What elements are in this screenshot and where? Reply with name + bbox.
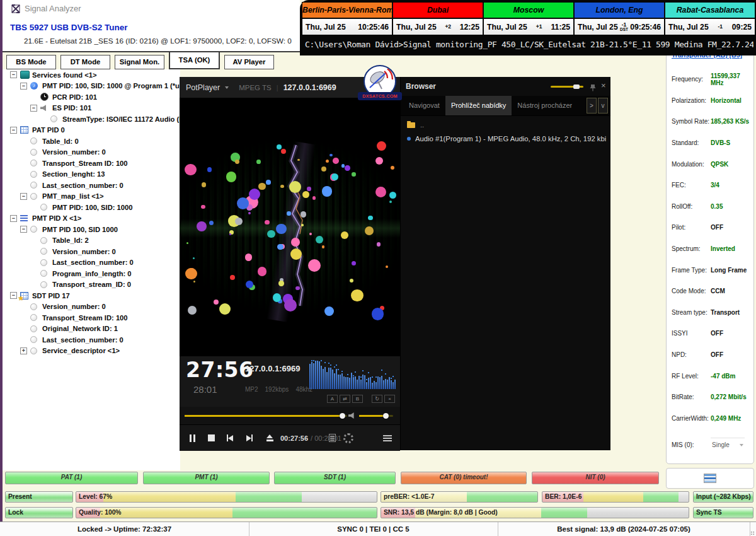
layers-button[interactable]	[666, 468, 754, 489]
mis-dropdown[interactable]: Single	[711, 438, 745, 452]
codec: MP2	[245, 386, 258, 393]
slider-knob[interactable]	[573, 84, 580, 89]
tab-dt-mode[interactable]: DT Mode	[60, 55, 110, 69]
tree-item[interactable]: −PMT PID 100, SID 1000	[3, 224, 180, 235]
tree-item[interactable]: +Service_descriptor <1>	[3, 346, 180, 357]
ab-icon-0[interactable]: A	[327, 395, 338, 403]
settings-button[interactable]	[341, 425, 356, 451]
expand-icon[interactable]: +	[20, 347, 27, 354]
collapse-icon[interactable]: −	[20, 193, 27, 200]
tree-item[interactable]: Original_Network ID: 1	[3, 323, 180, 335]
tree-item[interactable]: Version_number: 0	[3, 147, 180, 158]
tab-signal-mon[interactable]: Signal Mon.	[115, 55, 164, 69]
close-icon[interactable]: ×	[601, 81, 606, 90]
param-row: Frame Type:Long Frame	[672, 259, 750, 281]
tree-item[interactable]: −ES PID: 101	[3, 103, 180, 114]
ab-icon-2[interactable]: B	[352, 395, 363, 403]
tree-item[interactable]: −PMT PID X <1>	[3, 213, 180, 224]
tree-item[interactable]: Table_Id: 0	[3, 136, 180, 147]
tree-item[interactable]: StreamType: ISO/IEC 11172 Audio (MPEG-1)…	[3, 114, 180, 125]
tree-item[interactable]: Table_Id: 2	[3, 235, 180, 247]
player-controls: 00:27:56 / 00:28:01	[180, 424, 400, 451]
tab-av-player[interactable]: AV Player	[224, 55, 274, 69]
logo-text: DXSATCS.COM	[358, 92, 402, 100]
next-button[interactable]	[242, 425, 257, 451]
ab-icon-4[interactable]: ×	[384, 395, 395, 403]
spectrum-bar	[385, 379, 386, 389]
collapse-icon[interactable]: −	[10, 215, 17, 222]
list-icon	[20, 214, 30, 223]
tree-item[interactable]: Version_number: 0	[3, 246, 180, 257]
browser-tab-prohl-e-nab-dky[interactable]: Prohlížeč nabídky	[445, 96, 512, 115]
ab-icon-1[interactable]: ⇄	[340, 395, 350, 403]
tree-item[interactable]: −PMT_map_list <1>	[3, 191, 180, 202]
tree-item[interactable]: Version_number: 0	[3, 301, 180, 313]
tree-item[interactable]: Transport_stream_ID: 0	[3, 279, 180, 291]
browser-tab-arrows: >v	[587, 98, 608, 114]
tree-item[interactable]: Transport_Stream ID: 100	[3, 312, 180, 323]
tree-item[interactable]: Program_info_length: 0	[3, 268, 180, 279]
param-row: Frequency:11599,337 MHz	[672, 69, 750, 90]
chevron-down-icon[interactable]	[225, 86, 229, 89]
up-directory[interactable]: ..	[420, 121, 424, 129]
stop-button[interactable]	[203, 425, 219, 451]
tree-item[interactable]: −♪PMT PID: 100, SID: 1000 @ Program 1 (*…	[3, 81, 180, 92]
tree-item[interactable]: −PAT PID 0	[3, 125, 180, 136]
tree-item-label: PMT PID: 100, SID: 1000	[52, 204, 132, 211]
collapse-icon[interactable]: −	[20, 226, 27, 233]
mis-label: MIS (0):	[672, 441, 711, 448]
dot-glyph	[30, 347, 37, 354]
resize-grip[interactable]	[750, 531, 755, 535]
tab-list-icon[interactable]: v	[598, 98, 608, 114]
tree-item[interactable]: Last_section_number: 0	[3, 180, 180, 191]
tree-item[interactable]: Transport_Stream ID: 100	[3, 158, 180, 169]
tree-item[interactable]: −Services found <1>	[3, 69, 180, 81]
param-label: Polarization:	[672, 97, 711, 104]
tab-scroll-right-icon[interactable]: >	[587, 98, 597, 114]
codec-info: MP2 192kbps 48khz	[245, 386, 312, 393]
previous-button[interactable]	[222, 425, 238, 451]
viz-dot	[331, 173, 338, 180]
spectrum-peak	[366, 379, 367, 380]
tree-item[interactable]: PCR PID: 101	[3, 91, 180, 103]
seek-bar[interactable]	[185, 415, 347, 417]
volume-bar[interactable]	[359, 415, 393, 417]
volume-knob[interactable]	[383, 413, 389, 419]
browser-opacity-slider[interactable]	[551, 86, 583, 88]
tree-item[interactable]: Last_section_number: 0	[3, 257, 180, 269]
collapse-icon[interactable]: −	[20, 83, 27, 90]
collapse-icon[interactable]: −	[10, 71, 17, 78]
tree-item-label: PCR PID: 101	[52, 93, 97, 101]
player-app-name[interactable]: PotPlayer	[186, 83, 220, 92]
param-label: BitRate:	[672, 393, 711, 400]
clock-offset-value: +1	[536, 24, 542, 30]
audio-track-row[interactable]: Audio #1(Program 1) - MPEG Audio, 48.0 k…	[407, 135, 606, 143]
tree-item[interactable]: Section_lenght: 13	[3, 169, 180, 180]
folder-up-row[interactable]: ..	[407, 121, 424, 129]
tree-item[interactable]: PMT PID: 100, SID: 1000	[3, 202, 180, 213]
tab-bs-mode[interactable]: BS Mode	[6, 55, 56, 69]
browser-title-bar[interactable]: Browser ×	[401, 77, 610, 96]
seek-knob[interactable]	[340, 413, 345, 419]
playlist-button[interactable]	[324, 425, 340, 451]
tree-item-label: Transport_stream_ID: 0	[52, 281, 131, 288]
collapse-icon[interactable]: −	[10, 127, 17, 134]
pause-button[interactable]	[185, 425, 200, 451]
tree-item[interactable]: −SDT PID 17	[3, 290, 180, 301]
menu-button[interactable]	[380, 425, 395, 451]
tab-tsa-ok[interactable]: TSA (OK)	[169, 51, 220, 69]
collapse-icon[interactable]: −	[10, 292, 17, 299]
pin-icon[interactable]	[590, 83, 596, 94]
signal-input-282-kbps: Input (~282 Kbps)	[693, 491, 753, 503]
browser-tab-n-stroj-proch-zen-titulk[interactable]: Nástroj procházení titulků	[512, 96, 572, 115]
eject-button[interactable]	[262, 425, 277, 451]
browser-tab-navigovat[interactable]: Navigovat	[403, 96, 445, 115]
player-video-area[interactable]	[180, 98, 400, 356]
dot-icon	[30, 325, 40, 333]
spectrum-bar	[332, 370, 333, 389]
dot-glyph	[30, 314, 37, 321]
speaker-icon[interactable]	[348, 412, 356, 419]
tree-item[interactable]: Last_section_number: 0	[3, 334, 180, 346]
collapse-icon[interactable]: −	[30, 105, 37, 112]
ab-icon-3[interactable]: ↻	[372, 395, 382, 403]
